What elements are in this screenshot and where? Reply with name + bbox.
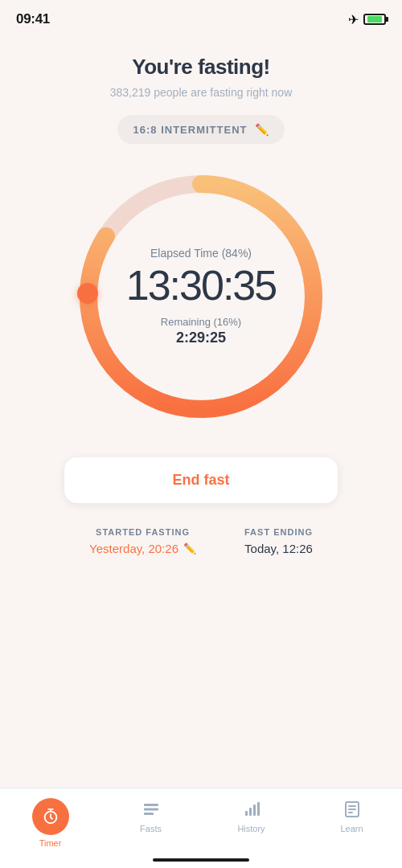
svg-rect-9	[257, 802, 260, 816]
status-time: 09:41	[16, 11, 50, 27]
airplane-icon: ✈	[348, 12, 359, 27]
battery-icon	[363, 14, 386, 25]
svg-rect-7	[249, 808, 252, 816]
timer-tab-icon	[32, 798, 69, 835]
fast-times: STARTED FASTING Yesterday, 20:26 ✏️ FAST…	[0, 527, 402, 555]
tab-history[interactable]: History	[219, 798, 284, 833]
elapsed-label: Elapsed Time (84%)	[150, 247, 252, 260]
svg-rect-5	[144, 813, 154, 815]
timer-container: Elapsed Time (84%) 13:30:35 Remaining (1…	[72, 168, 330, 425]
svg-rect-3	[144, 804, 158, 806]
tab-fasts[interactable]: Fasts	[119, 798, 183, 833]
start-indicator	[77, 283, 98, 304]
timer-center: Elapsed Time (84%) 13:30:35 Remaining (1…	[126, 247, 276, 346]
svg-rect-6	[245, 811, 248, 816]
edit-start-icon[interactable]: ✏️	[183, 542, 196, 555]
timer-icon	[42, 808, 59, 825]
fasting-subtitle: 383,219 people are fasting right now	[110, 86, 293, 99]
remaining-time: 2:29:25	[176, 330, 226, 346]
learn-tab-label: Learn	[340, 824, 363, 833]
svg-rect-8	[253, 805, 256, 816]
fast-type-label: 16:8 INTERMITTENT	[133, 124, 248, 136]
fasting-title: You're fasting!	[132, 55, 270, 80]
status-bar: 09:41 ✈	[0, 0, 402, 35]
fasts-tab-label: Fasts	[140, 824, 162, 833]
started-fasting-block: STARTED FASTING Yesterday, 20:26 ✏️	[89, 527, 196, 555]
fast-type-badge[interactable]: 16:8 INTERMITTENT ✏️	[117, 115, 285, 144]
edit-icon: ✏️	[255, 123, 269, 136]
learn-icon	[343, 800, 362, 819]
fasts-tab-icon	[140, 798, 162, 821]
fast-ending-block: FAST ENDING Today, 12:26	[244, 527, 313, 555]
elapsed-time: 13:30:35	[126, 264, 276, 306]
end-fast-button[interactable]: End fast	[64, 457, 338, 503]
tab-bar: Timer Fasts History	[0, 788, 402, 868]
svg-rect-4	[144, 809, 158, 811]
learn-tab-icon	[341, 798, 363, 821]
battery-fill	[367, 16, 382, 23]
fast-ending-value: Today, 12:26	[244, 542, 313, 555]
history-icon	[242, 800, 261, 819]
tab-learn[interactable]: Learn	[320, 798, 384, 833]
fasts-icon	[142, 800, 161, 819]
fast-ending-label: FAST ENDING	[244, 527, 313, 537]
history-tab-label: History	[237, 824, 265, 833]
remaining-label: Remaining (16%)	[161, 316, 241, 328]
started-fasting-value: Yesterday, 20:26 ✏️	[89, 542, 196, 555]
main-content: You're fasting! 383,219 people are fasti…	[0, 35, 402, 555]
home-indicator	[153, 858, 249, 862]
started-fasting-label: STARTED FASTING	[96, 527, 190, 537]
tab-timer[interactable]: Timer	[18, 798, 83, 848]
status-icons: ✈	[348, 12, 386, 27]
timer-tab-label: Timer	[39, 838, 62, 848]
history-tab-icon	[240, 798, 263, 821]
